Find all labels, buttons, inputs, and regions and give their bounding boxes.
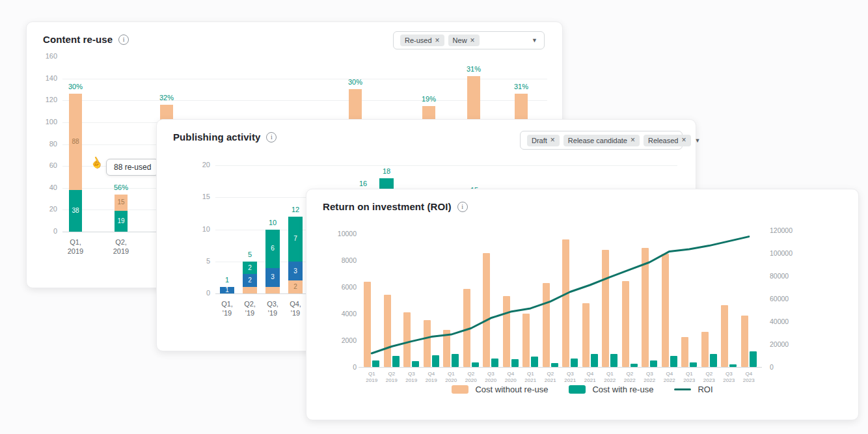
y-axis-tick: 10 (184, 225, 210, 233)
left-axis-tick: 6000 (323, 283, 357, 291)
bar-segment-value: 1 (215, 286, 239, 293)
y-axis-tick: 20 (31, 205, 57, 213)
y-axis-tick: 60 (31, 161, 57, 169)
x-axis-label: Q32021 (561, 371, 579, 383)
legend-swatch (569, 385, 586, 394)
bar-segment-value: 88 (64, 138, 87, 145)
bar-top-label: 31% (461, 65, 487, 73)
bar-top-label: 1 (214, 276, 240, 284)
x-axis-label: Q32019 (402, 371, 420, 383)
x-axis-label: Q32020 (481, 371, 500, 383)
legend-swatch (452, 385, 468, 394)
bar-segment-value: 2 (284, 283, 307, 290)
bar-top-label: 31% (508, 83, 534, 90)
bar-top-label: 32% (154, 94, 180, 102)
right-axis-tick: 80000 (770, 272, 806, 280)
x-axis-label: Q12021 (521, 371, 539, 383)
right-axis-tick: 0 (770, 363, 806, 371)
bar-segment-draft[interactable] (243, 287, 257, 293)
x-axis-label: Q22022 (621, 371, 639, 383)
x-axis-label: Q32022 (640, 371, 658, 383)
x-axis-label: Q1,2019 (58, 237, 93, 256)
x-axis-label: Q22021 (541, 371, 560, 383)
bar-segment-value: 38 (64, 207, 87, 214)
x-axis-label: Q42022 (660, 371, 679, 383)
bar-top-label: 12 (282, 206, 308, 213)
x-axis-label: Q22020 (462, 371, 480, 383)
x-axis-label: Q2,2019 (103, 237, 139, 256)
y-axis-tick: 0 (31, 227, 57, 235)
legend-label: Cost without re-use (475, 385, 548, 394)
x-axis-label: Q42020 (502, 371, 520, 383)
bar-segment-value: 2 (238, 277, 262, 284)
bar-segment-value: 7 (284, 235, 307, 242)
bar-tooltip: 88 re-used (106, 159, 159, 176)
legend-item[interactable]: Cost without re-use (452, 385, 548, 394)
x-axis-label: Q32023 (720, 371, 738, 383)
legend-label: Cost with re-use (592, 385, 653, 394)
bar-segment-value: 19 (109, 217, 133, 224)
left-axis-tick: 10000 (323, 230, 357, 237)
y-axis-tick: 0 (184, 289, 210, 297)
bar-top-label: 30% (342, 78, 368, 86)
y-axis-tick: 40 (31, 183, 57, 191)
y-axis-tick: 160 (31, 52, 57, 60)
right-axis-tick: 40000 (770, 318, 806, 325)
bar-top-label: 10 (260, 219, 286, 226)
left-axis-tick: 8000 (323, 256, 357, 264)
y-axis-tick: 100 (31, 118, 57, 126)
roi-legend: Cost without re-useCost with re-useROI (306, 385, 858, 394)
right-axis-tick: 20000 (770, 340, 806, 348)
bar-segment-draft[interactable] (265, 287, 280, 293)
bar-top-label: 5 (237, 251, 263, 258)
bar-segment-value: 2 (238, 264, 262, 271)
right-axis-tick: 60000 (770, 295, 806, 303)
bar-top-label: 16 (350, 180, 376, 187)
legend-label: ROI (698, 385, 712, 394)
roi-line[interactable] (362, 230, 759, 370)
x-axis-label: Q42023 (740, 371, 758, 383)
bar-top-label: 18 (373, 167, 400, 175)
roi-card: Return on investment (ROI) i 02000400060… (306, 189, 859, 420)
right-axis-tick: 100000 (770, 249, 806, 257)
y-axis-tick: 20 (184, 161, 210, 169)
x-axis-label: Q12023 (680, 371, 698, 383)
left-axis-tick: 0 (323, 363, 357, 371)
dashboard: Content re-use i Re-used×New× ▼ 02040608… (0, 0, 868, 434)
right-axis-tick: 120000 (770, 226, 806, 234)
bar-segment-value: 3 (261, 273, 284, 280)
tooltip-text: 88 re-used (114, 163, 151, 172)
y-axis-tick: 5 (184, 257, 210, 265)
left-axis-tick: 2000 (323, 336, 357, 344)
x-axis-label: Q22023 (700, 371, 718, 383)
left-axis-tick: 4000 (323, 310, 357, 318)
bar-top-label: 19% (416, 95, 442, 103)
legend-line-swatch (674, 388, 691, 391)
bar-segment-value: 15 (109, 198, 133, 206)
bar-segment-value: 3 (284, 267, 307, 275)
y-axis-tick: 15 (184, 193, 210, 200)
y-axis-tick: 80 (31, 140, 57, 148)
bar-top-label: 30% (62, 83, 88, 90)
gridline (215, 165, 677, 166)
x-axis-label: Q42019 (422, 371, 441, 383)
x-axis-label: Q42021 (581, 371, 599, 383)
x-axis-label: Q12020 (442, 371, 460, 383)
y-axis-tick: 140 (31, 74, 57, 82)
bar-segment-value: 6 (261, 245, 284, 252)
legend-item[interactable]: ROI (674, 385, 712, 394)
legend-item[interactable]: Cost with re-use (569, 385, 653, 394)
x-axis-label: Q22019 (383, 371, 401, 383)
y-axis-tick: 120 (31, 96, 57, 103)
bar-top-label: 56% (108, 183, 134, 191)
x-axis-label: Q12022 (601, 371, 619, 383)
x-axis-label: Q12019 (362, 371, 381, 383)
